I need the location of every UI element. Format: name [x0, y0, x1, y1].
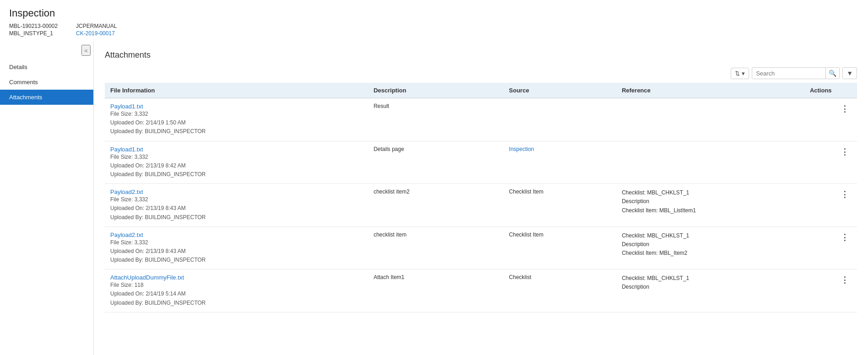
th-file-info: File Information	[105, 83, 368, 98]
ref-line1: Checklist: MBL_CHKLST_1	[622, 274, 799, 283]
table-body: Payload1.txt File Size: 3,332 Uploaded O…	[105, 98, 857, 312]
file-size: File Size: 3,332	[110, 153, 362, 161]
file-uploaded-by: Uploaded By: BUILDING_INSPECTOR	[110, 256, 362, 264]
cell-file-info: Payload2.txt File Size: 3,332 Uploaded O…	[105, 226, 368, 269]
cell-reference	[616, 141, 804, 184]
search-icon: 🔍	[829, 70, 836, 77]
cell-actions: ⋮	[804, 269, 857, 312]
th-source: Source	[503, 83, 616, 98]
row-actions-button[interactable]: ⋮	[838, 231, 852, 243]
cell-description: Result	[368, 98, 503, 141]
file-size: File Size: 3,332	[110, 110, 362, 118]
file-uploaded-on: Uploaded On: 2/13/19 8:43 AM	[110, 247, 362, 256]
toolbar: ⇅ ▾ 🔍 ▼	[105, 67, 857, 79]
file-name[interactable]: Payload2.txt	[110, 231, 362, 238]
cell-reference: Checklist: MBL_CHKLST_1DescriptionCheckl…	[616, 184, 804, 227]
file-name[interactable]: AttachUploadDummyFile.txt	[110, 274, 362, 281]
file-name[interactable]: Payload2.txt	[110, 188, 362, 195]
sidebar-collapse-button[interactable]: «	[81, 45, 91, 56]
top-header: Inspection MBL-190213-00002 MBL_INSTYPE_…	[0, 0, 868, 41]
cell-file-info: Payload1.txt File Size: 3,332 Uploaded O…	[105, 98, 368, 141]
cell-reference: Checklist: MBL_CHKLST_1Description	[616, 269, 804, 312]
row-actions-button[interactable]: ⋮	[838, 188, 852, 200]
source-text: Checklist Item	[509, 188, 543, 195]
row-actions-button[interactable]: ⋮	[838, 103, 852, 115]
sort-icon: ⇅	[735, 70, 740, 77]
cell-source	[503, 98, 616, 141]
source-text: Checklist Item	[509, 231, 543, 238]
table-row: Payload2.txt File Size: 3,332 Uploaded O…	[105, 226, 857, 269]
sidebar-item-comments[interactable]: Comments	[0, 75, 93, 90]
cell-description: Details page	[368, 141, 503, 184]
sidebar-item-attachments[interactable]: Attachments	[0, 90, 93, 105]
cell-actions: ⋮	[804, 98, 857, 141]
file-size: File Size: 3,332	[110, 195, 362, 204]
main-layout: « Details Comments Attachments Attachmen…	[0, 41, 868, 355]
file-name[interactable]: Payload1.txt	[110, 146, 362, 153]
description-text: checklist item2	[373, 188, 410, 195]
cell-description: checklist item	[368, 226, 503, 269]
row-actions-button[interactable]: ⋮	[838, 146, 852, 158]
th-reference: Reference	[616, 83, 804, 98]
content-area: Attachments ⇅ ▾ 🔍 ▼	[94, 41, 868, 355]
inspection-id: MBL-190213-00002	[9, 23, 58, 29]
sidebar-nav: Details Comments Attachments	[0, 59, 93, 105]
ref-line2: Description	[622, 283, 799, 291]
table-row: Payload2.txt File Size: 3,332 Uploaded O…	[105, 184, 857, 227]
file-uploaded-on: Uploaded On: 2/14/19 5:14 AM	[110, 290, 362, 298]
source-text: Checklist	[509, 274, 531, 280]
cell-reference	[616, 98, 804, 141]
cell-file-info: Payload2.txt File Size: 3,332 Uploaded O…	[105, 184, 368, 227]
ref-line2: Description	[622, 197, 799, 206]
ref-line1: Checklist: MBL_CHKLST_1	[622, 188, 799, 197]
inspector-name: JCPERMANUAL	[76, 23, 117, 29]
inspection-type: MBL_INSTYPE_1	[9, 30, 58, 37]
file-uploaded-by: Uploaded By: BUILDING_INSPECTOR	[110, 213, 362, 222]
file-uploaded-by: Uploaded By: BUILDING_INSPECTOR	[110, 127, 362, 136]
case-link[interactable]: CK-2019-00017	[76, 30, 117, 37]
cell-actions: ⋮	[804, 141, 857, 184]
search-box: 🔍	[752, 67, 840, 79]
table-row: AttachUploadDummyFile.txt File Size: 118…	[105, 269, 857, 312]
ref-line3: Checklist Item: MBL_Item2	[622, 249, 799, 258]
file-uploaded-by: Uploaded By: BUILDING_INSPECTOR	[110, 299, 362, 307]
sort-button[interactable]: ⇅ ▾	[731, 68, 749, 79]
cell-file-info: Payload1.txt File Size: 3,332 Uploaded O…	[105, 141, 368, 184]
ref-line1: Checklist: MBL_CHKLST_1	[622, 231, 799, 240]
th-description: Description	[368, 83, 503, 98]
sidebar: « Details Comments Attachments	[0, 41, 94, 355]
th-actions: Actions	[804, 83, 857, 98]
description-text: Attach Item1	[373, 274, 404, 280]
source-link[interactable]: Inspection	[509, 146, 534, 152]
file-uploaded-on: Uploaded On: 2/14/19 1:50 AM	[110, 118, 362, 127]
attachments-table: File Information Description Source Refe…	[105, 83, 857, 312]
cell-source: Checklist Item	[503, 226, 616, 269]
cell-actions: ⋮	[804, 226, 857, 269]
header-meta: MBL-190213-00002 MBL_INSTYPE_1 JCPERMANU…	[9, 23, 859, 37]
search-button[interactable]: 🔍	[825, 68, 839, 79]
table-row: Payload1.txt File Size: 3,332 Uploaded O…	[105, 98, 857, 141]
file-uploaded-by: Uploaded By: BUILDING_INSPECTOR	[110, 170, 362, 179]
file-uploaded-on: Uploaded On: 2/13/19 8:42 AM	[110, 161, 362, 170]
table-row: Payload1.txt File Size: 3,332 Uploaded O…	[105, 141, 857, 184]
filter-icon: ▼	[846, 70, 853, 77]
file-uploaded-on: Uploaded On: 2/13/19 8:43 AM	[110, 204, 362, 213]
sidebar-item-details[interactable]: Details	[0, 59, 93, 75]
description-text: Details page	[373, 146, 404, 152]
filter-button[interactable]: ▼	[842, 67, 857, 79]
cell-description: Attach Item1	[368, 269, 503, 312]
description-text: checklist item	[373, 231, 406, 238]
cell-file-info: AttachUploadDummyFile.txt File Size: 118…	[105, 269, 368, 312]
page-container: Inspection MBL-190213-00002 MBL_INSTYPE_…	[0, 0, 868, 355]
description-text: Result	[373, 103, 389, 109]
cell-source: Checklist	[503, 269, 616, 312]
search-input[interactable]	[752, 68, 825, 79]
file-name[interactable]: Payload1.txt	[110, 103, 362, 110]
attachments-title: Attachments	[105, 50, 857, 60]
file-size: File Size: 118	[110, 281, 362, 290]
header-meta-left: MBL-190213-00002 MBL_INSTYPE_1	[9, 23, 58, 37]
cell-source: Inspection	[503, 141, 616, 184]
row-actions-button[interactable]: ⋮	[838, 274, 852, 286]
cell-reference: Checklist: MBL_CHKLST_1DescriptionCheckl…	[616, 226, 804, 269]
ref-line3: Checklist Item: MBL_ListItem1	[622, 206, 799, 215]
